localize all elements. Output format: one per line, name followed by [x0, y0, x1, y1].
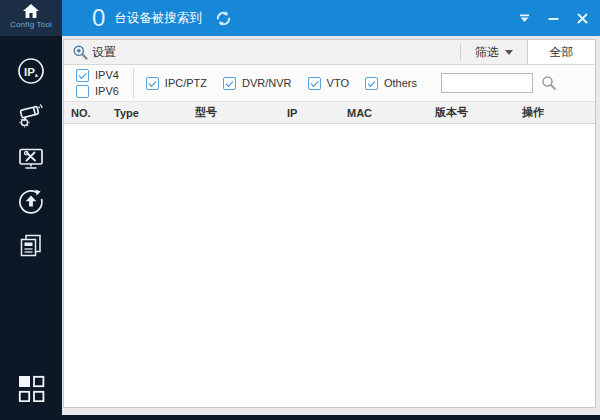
checkbox-box: [76, 85, 89, 98]
window-controls: [516, 0, 590, 36]
magnifier-gear-icon: [72, 44, 89, 61]
app-logo[interactable]: Config Tool: [0, 0, 62, 36]
close-button[interactable]: [574, 10, 590, 26]
checkbox-label: IPV4: [95, 69, 119, 81]
checkbox-ipv6[interactable]: IPV6: [76, 85, 119, 98]
document-template-icon: [17, 232, 45, 260]
filter-label: 筛选: [475, 44, 499, 61]
checkbox-vto[interactable]: VTO: [308, 77, 349, 90]
settings-label: 设置: [92, 44, 116, 61]
filter-divider: [133, 68, 134, 98]
apps-grid-icon: [18, 375, 45, 402]
refresh-icon: [214, 9, 233, 28]
checkbox-label: Others: [384, 77, 417, 89]
system-tools-icon: [17, 145, 45, 173]
check-icon: [368, 79, 376, 87]
table-header: NO. Type 型号 IP MAC 版本号 操作: [64, 102, 595, 124]
filter-row: IPV4 IPV6 IPC/PTZ DVR/NVR: [64, 65, 595, 102]
magnifier-icon: [541, 75, 557, 91]
checkbox-label: DVR/NVR: [242, 77, 292, 89]
checkbox-box: [223, 77, 236, 90]
sidebar-item-system-settings[interactable]: [0, 140, 62, 178]
ip-edit-icon: IP: [16, 56, 46, 86]
refresh-button[interactable]: [214, 9, 233, 28]
device-count: 0: [92, 6, 105, 30]
svg-text:IP: IP: [24, 66, 35, 78]
checkbox-ipc-ptz[interactable]: IPC/PTZ: [146, 77, 207, 90]
minimize-button[interactable]: [545, 10, 561, 26]
app-title: Config Tool: [10, 20, 52, 29]
check-icon: [148, 79, 156, 87]
column-header-mac: MAC: [347, 107, 435, 119]
checkbox-box: [308, 77, 321, 90]
device-type-filters: IPC/PTZ DVR/NVR VTO Others: [146, 77, 433, 90]
checkbox-dvr-nvr[interactable]: DVR/NVR: [223, 77, 292, 90]
sidebar-item-upgrade[interactable]: [0, 183, 62, 221]
filter-all-tab[interactable]: 全部: [527, 40, 595, 64]
column-header-model: 型号: [195, 105, 287, 120]
column-header-type: Type: [114, 107, 195, 119]
chevron-down-icon: [505, 50, 513, 55]
toolbar: 设置 筛选 全部: [64, 40, 595, 65]
column-header-operate: 操作: [522, 105, 595, 120]
camera-config-icon: [16, 100, 46, 130]
checkbox-box: [146, 77, 159, 90]
checkbox-ipv4[interactable]: IPV4: [76, 69, 119, 82]
close-icon: [577, 13, 588, 24]
checkbox-others[interactable]: Others: [365, 77, 417, 90]
sidebar-apps-button[interactable]: [0, 368, 62, 408]
column-header-no: NO.: [71, 107, 114, 119]
config-tool-window: Config Tool 0 台设备被搜索到: [0, 0, 600, 420]
check-icon: [79, 71, 87, 79]
sidebar: IP: [0, 36, 62, 420]
check-icon: [310, 79, 318, 87]
sidebar-item-device-config[interactable]: [0, 96, 62, 134]
device-panel: 设置 筛选 全部 IPV4: [63, 39, 596, 408]
check-icon: [226, 79, 234, 87]
checkbox-label: IPC/PTZ: [165, 77, 207, 89]
column-header-version: 版本号: [435, 105, 522, 120]
upgrade-icon: [16, 187, 46, 217]
settings-button[interactable]: 设置: [64, 40, 124, 64]
column-header-ip: IP: [287, 107, 347, 119]
ip-version-filters: IPV4 IPV6: [76, 69, 119, 98]
checkbox-box: [365, 77, 378, 90]
home-icon: [22, 3, 40, 19]
pin-icon: [519, 14, 530, 23]
search-input[interactable]: [441, 73, 533, 93]
checkbox-box: [76, 69, 89, 82]
device-count-label: 台设备被搜索到: [114, 10, 202, 27]
sidebar-item-modify-ip[interactable]: IP: [0, 52, 62, 90]
search-button[interactable]: [541, 75, 557, 91]
titlebar: 0 台设备被搜索到: [62, 0, 600, 36]
device-table-body: [64, 124, 595, 407]
minimize-icon: [548, 13, 559, 24]
main-content: 设置 筛选 全部 IPV4: [62, 36, 600, 415]
pin-button[interactable]: [516, 10, 532, 26]
sidebar-item-template[interactable]: [0, 227, 62, 265]
checkbox-label: IPV6: [95, 85, 119, 97]
checkbox-label: VTO: [327, 77, 349, 89]
filter-dropdown[interactable]: 筛选: [461, 40, 527, 64]
